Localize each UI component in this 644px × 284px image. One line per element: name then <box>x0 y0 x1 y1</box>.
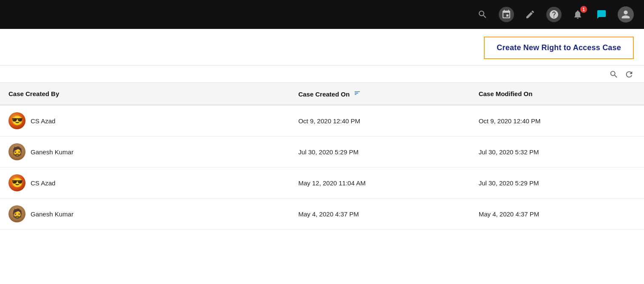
table-row[interactable]: CS AzadMay 12, 2020 11:04 AMJul 30, 2020… <box>0 168 644 199</box>
user-name: Ganesh Kumar <box>31 210 73 218</box>
cell-created-on: Jul 30, 2020 5:29 PM <box>290 136 470 168</box>
cell-modified-on: May 4, 2020 4:37 PM <box>470 199 644 230</box>
cases-table: Case Created By Case Created On Case Mod… <box>0 83 644 230</box>
col-header-created-by: Case Created By <box>0 83 290 105</box>
cell-modified-on: Jul 30, 2020 5:29 PM <box>470 168 644 199</box>
user-avatar <box>8 112 25 129</box>
table-row[interactable]: Ganesh KumarJul 30, 2020 5:29 PMJul 30, … <box>0 136 644 168</box>
search-icon[interactable] <box>475 7 490 22</box>
edit-icon[interactable] <box>523 7 538 22</box>
notification-icon[interactable]: 1 <box>570 7 585 22</box>
user-avatar <box>8 205 25 222</box>
table-search-icon[interactable] <box>609 70 619 79</box>
help-icon[interactable] <box>546 7 562 22</box>
cell-created-by: CS Azad <box>0 105 290 136</box>
cell-created-on: May 12, 2020 11:04 AM <box>290 168 470 199</box>
cell-created-on: Oct 9, 2020 12:40 PM <box>290 105 470 136</box>
action-row: Create New Right to Access Case <box>0 29 644 65</box>
user-name: CS Azad <box>31 179 55 187</box>
cases-table-container: Case Created By Case Created On Case Mod… <box>0 83 644 282</box>
cell-modified-on: Jul 30, 2020 5:32 PM <box>470 136 644 168</box>
user-avatar <box>8 174 25 191</box>
table-row[interactable]: Ganesh KumarMay 4, 2020 4:37 PMMay 4, 20… <box>0 199 644 230</box>
calendar-icon[interactable] <box>499 7 514 22</box>
chat-icon[interactable] <box>594 7 609 22</box>
cell-created-by: Ganesh Kumar <box>0 199 290 230</box>
user-avatar <box>8 143 25 160</box>
table-row[interactable]: CS AzadOct 9, 2020 12:40 PMOct 9, 2020 1… <box>0 105 644 136</box>
notification-badge: 1 <box>580 6 587 13</box>
toolbar-row <box>0 65 644 83</box>
col-header-created-on[interactable]: Case Created On <box>290 83 470 105</box>
cell-created-by: CS Azad <box>0 168 290 199</box>
create-new-case-button[interactable]: Create New Right to Access Case <box>484 37 634 59</box>
user-name: Ganesh Kumar <box>31 148 73 156</box>
user-name: CS Azad <box>31 117 55 125</box>
navbar: 1 <box>0 0 644 29</box>
col-header-modified-on: Case Modified On <box>470 83 644 105</box>
refresh-icon[interactable] <box>624 70 634 79</box>
user-avatar-icon[interactable] <box>618 6 634 23</box>
cell-created-by: Ganesh Kumar <box>0 136 290 168</box>
table-header-row: Case Created By Case Created On Case Mod… <box>0 83 644 105</box>
cell-modified-on: Oct 9, 2020 12:40 PM <box>470 105 644 136</box>
sort-icon <box>354 90 361 97</box>
cell-created-on: May 4, 2020 4:37 PM <box>290 199 470 230</box>
